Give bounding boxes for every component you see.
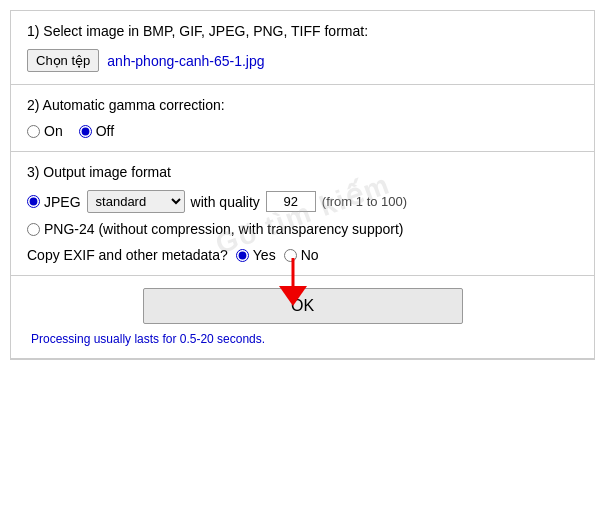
jpeg-label: JPEG (44, 194, 81, 210)
exif-label: Copy EXIF and other metadata? (27, 247, 228, 263)
ok-button[interactable]: OK (143, 288, 463, 324)
no-label: No (301, 247, 319, 263)
metadata-yes-radio[interactable] (236, 249, 249, 262)
ok-section: OK Processing usually lasts for 0.5-20 s… (11, 276, 594, 359)
metadata-yes-label[interactable]: Yes (236, 247, 276, 263)
selected-filename: anh-phong-canh-65-1.jpg (107, 53, 264, 69)
choose-file-button[interactable]: Chọn tệp (27, 49, 99, 72)
step3-title: 3) Output image format (27, 164, 578, 180)
step1-section: 1) Select image in BMP, GIF, JPEG, PNG, … (11, 11, 594, 85)
yes-label: Yes (253, 247, 276, 263)
jpeg-format-label[interactable]: JPEG (27, 194, 81, 210)
jpeg-radio[interactable] (27, 195, 40, 208)
gamma-off-radio[interactable] (79, 125, 92, 138)
png-radio[interactable] (27, 223, 40, 236)
metadata-no-label[interactable]: No (284, 247, 319, 263)
step1-title: 1) Select image in BMP, GIF, JPEG, PNG, … (27, 23, 578, 39)
jpeg-mode-select[interactable]: standard progressive (87, 190, 185, 213)
step2-section: 2) Automatic gamma correction: On Off (11, 85, 594, 152)
gamma-on-label[interactable]: On (27, 123, 63, 139)
metadata-no-radio[interactable] (284, 249, 297, 262)
processing-text: Processing usually lasts for 0.5-20 seco… (27, 332, 578, 346)
gamma-on-text: On (44, 123, 63, 139)
quality-input[interactable] (266, 191, 316, 212)
quality-hint: (from 1 to 100) (322, 194, 407, 209)
png-format-label[interactable]: PNG-24 (without compression, with transp… (27, 221, 403, 237)
gamma-off-text: Off (96, 123, 114, 139)
png-label: PNG-24 (without compression, with transp… (44, 221, 403, 237)
with-quality-label: with quality (191, 194, 260, 210)
step2-title: 2) Automatic gamma correction: (27, 97, 578, 113)
step3-section: 3) Output image format JPEG standard pro… (11, 152, 594, 276)
gamma-on-radio[interactable] (27, 125, 40, 138)
gamma-off-label[interactable]: Off (79, 123, 114, 139)
